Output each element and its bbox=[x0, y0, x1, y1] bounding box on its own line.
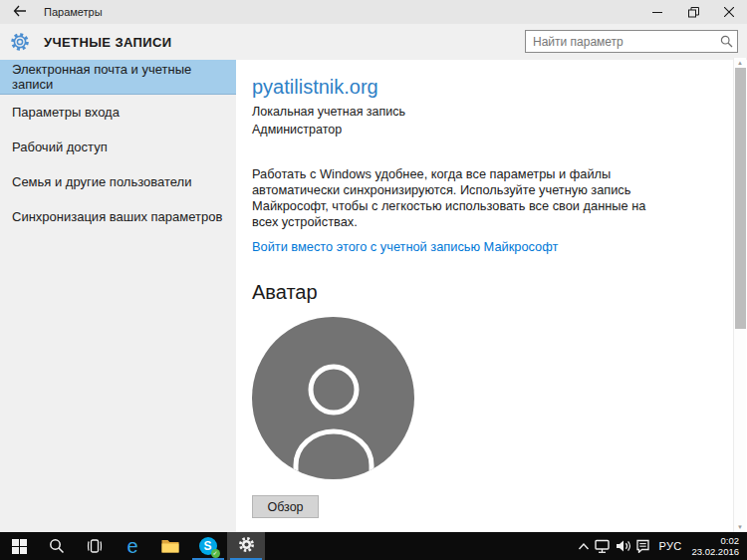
avatar-heading: Аватар bbox=[252, 281, 747, 304]
caption-controls bbox=[639, 0, 747, 24]
avatar bbox=[252, 317, 414, 479]
restore-button[interactable] bbox=[675, 0, 711, 24]
search-box bbox=[525, 30, 738, 53]
start-icon bbox=[12, 539, 27, 554]
close-button[interactable] bbox=[711, 0, 747, 24]
back-button[interactable] bbox=[4, 0, 36, 24]
network-icon bbox=[595, 539, 612, 554]
scrollbar[interactable]: ▲ ▼ bbox=[733, 58, 746, 532]
microsoft-signin-link[interactable]: Войти вместо этого с учетной записью Май… bbox=[252, 239, 558, 254]
scrollbar-up-arrow[interactable]: ▲ bbox=[734, 58, 746, 68]
sync-description: Работать с Windows удобнее, когда все па… bbox=[252, 166, 670, 230]
action-center-icon bbox=[635, 539, 650, 553]
person-icon bbox=[286, 354, 381, 479]
task-view-icon bbox=[87, 539, 103, 553]
tray-chevron-button[interactable] bbox=[574, 532, 594, 560]
restore-icon bbox=[688, 7, 699, 18]
search-icon bbox=[49, 538, 65, 554]
settings-gear-icon bbox=[238, 536, 255, 557]
titlebar: Параметры bbox=[0, 0, 747, 24]
sidebar-item-work-access[interactable]: Рабочий доступ bbox=[0, 130, 236, 164]
sidebar-item-signin-options[interactable]: Параметры входа bbox=[0, 95, 236, 130]
language-indicator[interactable]: РУС bbox=[653, 540, 688, 552]
start-button[interactable] bbox=[0, 532, 38, 560]
minimize-icon bbox=[652, 7, 662, 17]
sidebar-item-label: Параметры входа bbox=[12, 105, 120, 120]
close-icon bbox=[724, 7, 734, 17]
search-icon[interactable] bbox=[715, 35, 737, 48]
sidebar-item-family-other-users[interactable]: Семья и другие пользователи bbox=[0, 164, 236, 199]
minimize-button[interactable] bbox=[639, 0, 675, 24]
file-explorer-icon bbox=[161, 539, 179, 553]
scrollbar-down-arrow[interactable]: ▼ bbox=[734, 522, 746, 532]
volume-button[interactable] bbox=[614, 532, 633, 560]
account-type: Локальная учетная запись bbox=[252, 105, 747, 119]
network-button[interactable] bbox=[594, 532, 614, 560]
account-role: Администратор bbox=[252, 123, 747, 137]
taskbar-edge-button[interactable]: e bbox=[114, 532, 151, 560]
skype-icon: S ✓ bbox=[199, 537, 218, 556]
taskbar: e S ✓ РУС 0:02 bbox=[0, 532, 747, 560]
account-name: pyatilistnik.org bbox=[252, 76, 747, 99]
sidebar-item-label: Семья и другие пользователи bbox=[12, 174, 191, 189]
browse-button[interactable]: Обзор bbox=[252, 495, 319, 518]
clock-date: 23.02.2016 bbox=[691, 546, 739, 557]
content-panel: pyatilistnik.org Локальная учетная запис… bbox=[236, 60, 747, 532]
task-view-button[interactable] bbox=[76, 532, 114, 560]
taskbar-skype-button[interactable]: S ✓ bbox=[189, 532, 227, 560]
chevron-up-icon bbox=[578, 542, 590, 550]
edge-icon: e bbox=[126, 536, 137, 556]
taskbar-file-explorer-button[interactable] bbox=[151, 532, 189, 560]
clock-time: 0:02 bbox=[691, 535, 739, 546]
skype-status-badge: ✓ bbox=[211, 549, 220, 558]
settings-gear-icon bbox=[10, 32, 30, 52]
clock[interactable]: 0:02 23.02.2016 bbox=[687, 535, 747, 557]
sidebar: Электронная почта и учетные записи Парам… bbox=[0, 60, 236, 532]
sidebar-item-label: Рабочий доступ bbox=[12, 140, 108, 154]
action-center-button[interactable] bbox=[633, 532, 653, 560]
taskbar-search-button[interactable] bbox=[38, 532, 76, 560]
sidebar-item-label: Электронная почта и учетные записи bbox=[12, 62, 236, 92]
system-tray: РУС 0:02 23.02.2016 bbox=[574, 532, 747, 560]
back-arrow-icon bbox=[13, 3, 27, 21]
search-input[interactable] bbox=[526, 35, 715, 49]
scrollbar-thumb[interactable] bbox=[735, 68, 746, 329]
window-title: Параметры bbox=[44, 6, 103, 18]
settings-window: Параметры УЧЕТНЫЕ ЗАПИСИ bbox=[0, 0, 747, 532]
taskbar-settings-button[interactable] bbox=[227, 532, 265, 560]
sidebar-item-email-accounts[interactable]: Электронная почта и учетные записи bbox=[0, 60, 236, 95]
page-title: УЧЕТНЫЕ ЗАПИСИ bbox=[44, 35, 172, 50]
sidebar-item-sync-settings[interactable]: Синхронизация ваших параметров bbox=[0, 199, 236, 234]
sidebar-item-label: Синхронизация ваших параметров bbox=[12, 209, 222, 224]
page-header: УЧЕТНЫЕ ЗАПИСИ bbox=[0, 24, 747, 60]
volume-icon bbox=[616, 539, 631, 553]
